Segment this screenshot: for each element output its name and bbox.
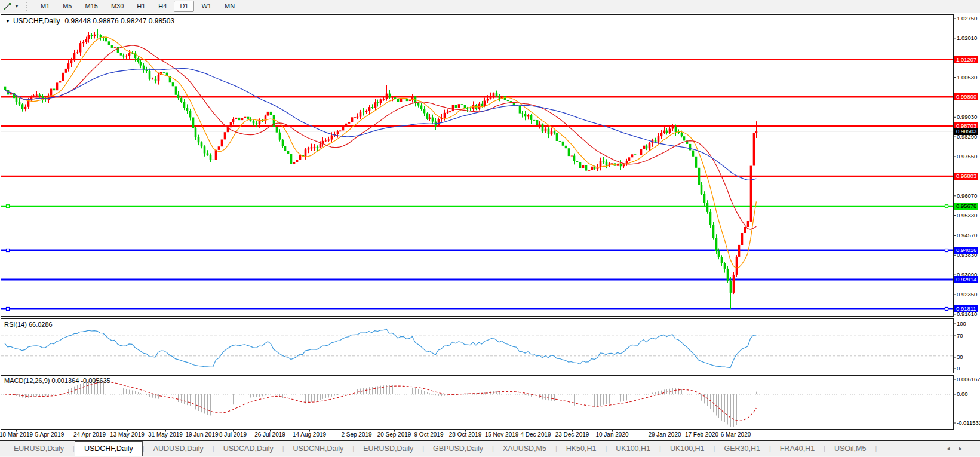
chart-tab-usoil-m5[interactable]: USOil,M5 [825, 443, 875, 456]
rsi-indicator-label: RSI(14) 66.0286 [4, 321, 53, 328]
chart-tab-gbpusd-daily[interactable]: GBPUSD,Daily [424, 443, 492, 456]
chart-tab-usdcad-daily[interactable]: USDCAD,Daily [214, 443, 282, 456]
price-level-tag: 0.96803 [954, 173, 978, 180]
pane-borders [1, 15, 954, 430]
support-resistance-lines[interactable] [1, 60, 953, 311]
timeframe-button-h1[interactable]: H1 [131, 1, 151, 12]
rsi-pane[interactable] [1, 329, 953, 367]
chart-tab-eurusd-daily[interactable]: EURUSD,Daily [5, 443, 73, 456]
price-axis-tick: 1.02010 [957, 35, 977, 41]
rsi-axis-tick: 30 [957, 354, 963, 360]
macd-axis-tick: -0.011531 [957, 420, 980, 426]
chart-tab-eurusd-daily[interactable]: EURUSD,Daily [354, 443, 422, 456]
price-level-tag: 0.91811 [954, 305, 978, 312]
price-level-tag: 0.94016 [954, 247, 978, 254]
timeframe-button-w1[interactable]: W1 [195, 1, 217, 12]
price-level-tag: 0.92914 [954, 276, 978, 283]
tab-scroll-arrows[interactable]: ◄► [945, 446, 970, 456]
date-axis-tick: 14 Aug 2019 [285, 431, 333, 438]
candlestick-series[interactable] [4, 29, 758, 309]
timeframe-buttons: M1M5M15M30H1H4D1W1MN [34, 1, 241, 12]
macd-axis-tick: 0.00 [957, 391, 968, 397]
timeframe-button-d1[interactable]: D1 [174, 1, 194, 12]
axis-tick-marks [17, 19, 957, 432]
chart-tab-uk100-h1[interactable]: UK100,H1 [607, 443, 659, 456]
timeframe-button-m15[interactable]: M15 [79, 1, 103, 12]
chart-tab-usdcnh-daily[interactable]: USDCNH,Daily [284, 443, 353, 456]
price-level-tag: 0.95678 [954, 203, 978, 210]
trendline-tool-button[interactable]: ▼ [0, 2, 21, 11]
rsi-axis-tick: 70 [957, 333, 963, 339]
timeframe-button-h4[interactable]: H4 [152, 1, 173, 12]
timeframe-button-m30[interactable]: M30 [105, 1, 130, 12]
price-axis-tick: 0.96070 [957, 193, 977, 199]
price-axis-tick: 1.02750 [957, 16, 977, 22]
chart-tab-usdchf-daily[interactable]: USDCHF,Daily [75, 441, 143, 456]
chart-title: ▼USDCHF,Daily0.98448 0.98876 0.98247 0.9… [5, 17, 174, 25]
tab-separator: | [875, 445, 877, 456]
price-axis-tick: 1.00530 [957, 75, 977, 81]
price-axis-tick: 0.99030 [957, 114, 977, 120]
price-axis-tick: 0.92350 [957, 292, 977, 297]
timeframe-toolbar: ▼ M1M5M15M30H1H4D1W1MN [0, 0, 980, 13]
moving-average-lines [5, 37, 756, 268]
price-level-tag: 1.01207 [954, 56, 978, 63]
chart-tab-uk100-h1[interactable]: UK100,H1 [661, 443, 714, 456]
trading-platform-window: ▼ M1M5M15M30H1H4D1W1MN ▼USDCHF,Daily0.98… [0, 0, 980, 457]
price-axis-tick: 0.94570 [957, 232, 977, 238]
macd-pane[interactable] [1, 380, 953, 427]
price-axis-tick: 0.97550 [957, 154, 977, 160]
chart-symbol-label: USDCHF,Daily [13, 17, 60, 25]
current-price-tag: 0.98503 [954, 128, 978, 135]
price-level-tag: 0.99800 [954, 93, 978, 100]
timeframe-button-mn[interactable]: MN [219, 1, 241, 12]
date-axis-tick: 6 Mar 2020 [712, 431, 760, 438]
timeframe-button-m1[interactable]: M1 [35, 1, 56, 12]
trendline-tool-icon [3, 2, 12, 11]
chart-tab-ger30-h1[interactable]: GER30,H1 [715, 443, 769, 456]
chart-tab-bar: EURUSD,Daily|USDCHF,Daily|AUDUSD,Daily|U… [0, 441, 980, 456]
toolbar-grip-handle[interactable] [26, 2, 29, 11]
rsi-axis-tick: 100 [957, 321, 966, 327]
macd-indicator-label: MACD(12,26,9) 0.001364 -0.005635 [4, 377, 110, 384]
dropdown-caret-icon[interactable]: ▼ [14, 4, 19, 9]
chart-ohlc-values: 0.98448 0.98876 0.98247 0.98503 [65, 17, 175, 25]
macd-axis-tick: 0.006167 [957, 376, 980, 382]
collapse-triangle-icon[interactable]: ▼ [5, 19, 10, 24]
chart-tab-fra40-h1[interactable]: FRA40,H1 [771, 443, 824, 456]
chart-tab-hk50-h1[interactable]: HK50,H1 [557, 443, 606, 456]
chart-tab-xauusd-m5[interactable]: XAUUSD,M5 [494, 443, 555, 456]
rsi-axis-tick: 0 [957, 366, 960, 372]
timeframe-button-m5[interactable]: M5 [57, 1, 78, 12]
price-chart-svg[interactable] [0, 0, 980, 457]
date-axis-tick: 10 Jan 2020 [588, 431, 636, 438]
price-axis-tick: 0.95330 [957, 213, 977, 219]
chart-tab-audusd-daily[interactable]: AUDUSD,Daily [145, 443, 213, 456]
